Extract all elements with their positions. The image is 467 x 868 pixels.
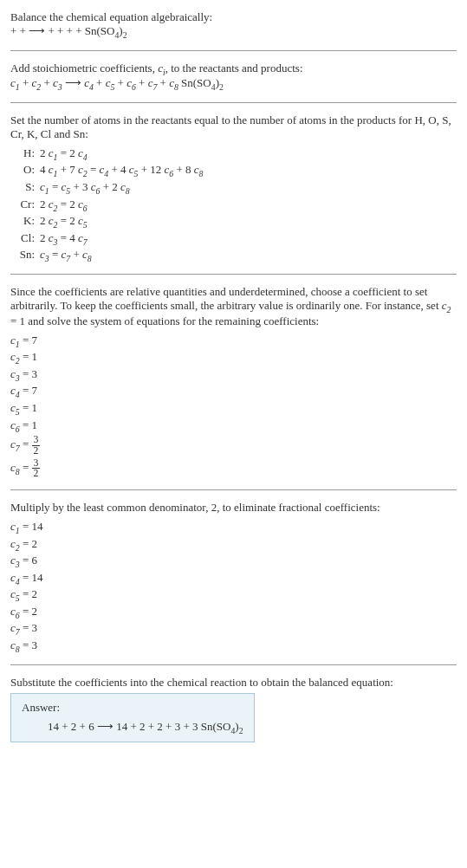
coef-row: c2 = 1	[10, 350, 457, 366]
atom-eq: c1 = c5 + 3 c6 + 2 c8	[40, 180, 457, 196]
atom-eq: 2 c3 = 4 c7	[40, 231, 457, 247]
intro-equation: + + ⟶ + + + + Sn(SO4)2	[10, 24, 457, 40]
plus: +	[139, 76, 148, 89]
coef-row: c8 = 3	[10, 638, 457, 654]
divider	[10, 664, 457, 665]
mult-section: Multiply by the least common denominator…	[10, 501, 457, 654]
divider	[10, 50, 457, 51]
atom-eq-row: Cr:2 c2 = 2 c6	[10, 198, 457, 213]
coef-eq: c7 = 3	[10, 621, 457, 637]
coef-row: c1 = 7	[10, 334, 457, 349]
atom-eq: 2 c2 = 2 c6	[40, 198, 457, 213]
intro-eq-text: + + ⟶ + + + + Sn(SO4)2	[10, 24, 127, 37]
atom-label: Sn:	[10, 248, 40, 263]
plus: +	[23, 76, 32, 89]
intro-text: Balance the chemical equation algebraica…	[10, 10, 457, 24]
subst-text: Substitute the coefficients into the che…	[10, 676, 457, 690]
atom-eq-row: O:4 c1 + 7 c2 = c4 + 4 c5 + 12 c6 + 8 c8	[10, 163, 457, 178]
atom-equations: H:2 c1 = 2 c4O:4 c1 + 7 c2 = c4 + 4 c5 +…	[10, 146, 457, 263]
c5: c5	[106, 76, 115, 89]
atoms-text: Set the number of atoms in the reactants…	[10, 113, 457, 141]
coef-list-2: c1 = 14c2 = 2c3 = 6c4 = 14c5 = 2c6 = 2c7…	[10, 520, 457, 654]
mult-text: Multiply by the least common denominator…	[10, 501, 457, 515]
stoich-equation: c1 + c2 + c3 ⟶ c4 + c5 + c6 + c7 + c8 Sn…	[10, 76, 457, 92]
plus: +	[43, 76, 53, 89]
coef-row: c4 = 14	[10, 571, 457, 586]
atom-label: Cl:	[10, 231, 40, 247]
coef-list-1: c1 = 7c2 = 1c3 = 3c4 = 7c5 = 1c6 = 1c7 =…	[10, 334, 457, 479]
coef-eq: c8 = 32	[10, 458, 457, 479]
c8: c8	[169, 76, 178, 89]
coef-row: c2 = 2	[10, 537, 457, 553]
atom-eq-row: S:c1 = c5 + 3 c6 + 2 c8	[10, 180, 457, 196]
ci-symbol: ci	[158, 62, 165, 74]
stoich-text: Add stoichiometric coefficients, ci, to …	[10, 62, 457, 77]
stoich-section: Add stoichiometric coefficients, ci, to …	[10, 62, 457, 92]
coef-eq: c3 = 6	[10, 554, 457, 569]
tail: Sn(SO4)2	[181, 76, 224, 89]
coef-row: c6 = 1	[10, 418, 457, 434]
answer-equation: 14 + 2 + 6 ⟶ 14 + 2 + 2 + 3 + 3 Sn(SO4)2	[22, 720, 243, 735]
coef-row: c1 = 14	[10, 520, 457, 535]
coef-eq: c7 = 32	[10, 435, 457, 456]
coef-row: c5 = 2	[10, 587, 457, 603]
coef-row: c3 = 6	[10, 554, 457, 569]
coef-row: c7 = 3	[10, 621, 457, 637]
since-text: Since the coefficients are relative quan…	[10, 285, 457, 328]
intro-section: Balance the chemical equation algebraica…	[10, 10, 457, 40]
coef-row: c7 = 32	[10, 435, 457, 456]
c4: c4	[84, 76, 94, 89]
plus: +	[160, 76, 170, 89]
atoms-section: Set the number of atoms in the reactants…	[10, 113, 457, 263]
atom-eq: 4 c1 + 7 c2 = c4 + 4 c5 + 12 c6 + 8 c8	[40, 163, 457, 178]
coef-row: c8 = 32	[10, 458, 457, 479]
atom-eq-row: Cl:2 c3 = 4 c7	[10, 231, 457, 247]
divider	[10, 489, 457, 490]
c6: c6	[126, 76, 136, 89]
arrow: ⟶	[65, 76, 84, 89]
atom-label: Cr:	[10, 198, 40, 213]
atom-label: S:	[10, 180, 40, 196]
coef-eq: c2 = 2	[10, 537, 457, 553]
c7: c7	[148, 76, 158, 89]
atom-label: H:	[10, 146, 40, 162]
atom-label: K:	[10, 214, 40, 230]
coef-eq: c5 = 1	[10, 401, 457, 417]
answer-label: Answer:	[22, 701, 243, 715]
coef-eq: c4 = 14	[10, 571, 457, 586]
c2: c2	[32, 76, 42, 89]
since-section: Since the coefficients are relative quan…	[10, 285, 457, 479]
atom-eq-row: H:2 c1 = 2 c4	[10, 146, 457, 162]
coef-row: c5 = 1	[10, 401, 457, 417]
coef-eq: c5 = 2	[10, 587, 457, 603]
atom-eq: 2 c1 = 2 c4	[40, 146, 457, 162]
answer-box: Answer: 14 + 2 + 6 ⟶ 14 + 2 + 2 + 3 + 3 …	[10, 693, 255, 743]
plus: +	[118, 76, 127, 89]
c3: c3	[53, 76, 62, 89]
coef-eq: c8 = 3	[10, 638, 457, 654]
atom-eq: c3 = c7 + c8	[40, 248, 457, 263]
divider	[10, 102, 457, 103]
subst-section: Substitute the coefficients into the che…	[10, 676, 457, 743]
atom-label: O:	[10, 163, 40, 178]
c1: c1	[10, 76, 20, 89]
coef-row: c4 = 7	[10, 384, 457, 399]
coef-row: c3 = 3	[10, 367, 457, 383]
coef-eq: c1 = 14	[10, 520, 457, 535]
coef-eq: c6 = 2	[10, 605, 457, 620]
coef-eq: c3 = 3	[10, 367, 457, 383]
coef-row: c6 = 2	[10, 605, 457, 620]
coef-eq: c1 = 7	[10, 334, 457, 349]
divider	[10, 274, 457, 275]
atom-eq-row: Sn:c3 = c7 + c8	[10, 248, 457, 263]
stoich-text-a: Add stoichiometric coefficients,	[10, 62, 158, 74]
plus: +	[96, 76, 106, 89]
atom-eq-row: K:2 c2 = 2 c5	[10, 214, 457, 230]
coef-eq: c2 = 1	[10, 350, 457, 366]
coef-eq: c6 = 1	[10, 418, 457, 434]
atom-eq: 2 c2 = 2 c5	[40, 214, 457, 230]
stoich-text-b: , to the reactants and products:	[165, 62, 303, 74]
coef-eq: c4 = 7	[10, 384, 457, 399]
